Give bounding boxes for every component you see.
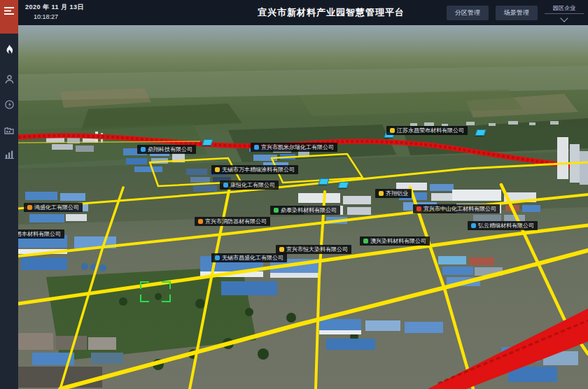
company-marker[interactable]: 兴市国丰材料有限公司 (18, 229, 64, 239)
company-name: 鼎泰染料材料有限公司 (281, 206, 337, 214)
bar-chart-icon (5, 150, 14, 159)
company-icon (416, 206, 421, 211)
company-marker[interactable]: 澳兴染料材料有限公司 (360, 236, 430, 246)
scene-manage-button[interactable]: 场景管理 (496, 6, 538, 20)
company-marker[interactable]: 鸿盛化工有限公司 (24, 203, 83, 212)
company-name: 宜兴市恒大染料有限公司 (286, 246, 348, 253)
fire-icon (5, 45, 14, 55)
company-name: 鸿盛化工有限公司 (34, 204, 79, 211)
company-marker[interactable]: 宜兴市凯米尔瑞化工有限公司 (251, 143, 337, 152)
company-marker[interactable]: 鼎翔科技有限公司 (137, 145, 196, 154)
sidebar-item-user[interactable] (0, 70, 18, 88)
company-icon (141, 147, 146, 152)
company-icon (363, 239, 368, 243)
factory-icon (4, 125, 14, 134)
company-icon (223, 183, 228, 188)
company-name: 无锡市昌盛化工有限公司 (222, 254, 284, 262)
company-name: 鼎翔科技有限公司 (148, 146, 192, 153)
company-icon (215, 167, 220, 172)
company-icon (254, 145, 259, 150)
meter-icon (5, 100, 14, 109)
company-name: 澳兴染料材料有限公司 (370, 237, 426, 245)
sidebar-item-factory[interactable] (0, 120, 18, 139)
header-actions: 分区管理 场景管理 园区企业 (447, 0, 584, 25)
company-icon (279, 247, 284, 252)
company-marker[interactable]: 齐翔铝业 (375, 189, 412, 198)
company-icon (198, 219, 203, 224)
header-bar: 2020 年 11 月 13日 10:18:27 宜兴市新材料产业园智慧管理平台… (18, 0, 588, 25)
company-marker[interactable]: 无锡市万丰精细涂料有限公司 (211, 165, 298, 174)
sidebar-item-fire[interactable] (0, 41, 18, 59)
company-icon (390, 128, 395, 133)
company-icon (379, 191, 384, 196)
company-name: 宜兴市凯米尔瑞化工有限公司 (261, 143, 334, 151)
company-marker[interactable]: 弘云精细材料有限公司 (468, 221, 538, 230)
menu-button[interactable] (0, 0, 18, 34)
company-name: 兴市国丰材料有限公司 (18, 230, 61, 238)
company-name: 宜兴市中山化工材料有限公司 (424, 205, 496, 213)
company-marker[interactable]: 宜兴市恒大染料有限公司 (276, 245, 351, 254)
company-name: 无锡市万丰精细涂料有限公司 (222, 166, 295, 174)
company-name: 宜兴市消防器材有限公司 (205, 218, 267, 225)
company-marker[interactable]: 无锡市昌盛化工有限公司 (211, 253, 287, 262)
dropdown-label: 园区企业 (553, 4, 575, 13)
menu-icon (4, 7, 14, 15)
company-icon (274, 208, 279, 213)
chevron-down-icon (560, 14, 568, 22)
time-label: 10:18:27 (34, 13, 84, 21)
map-viewport[interactable]: 鼎翔科技有限公司 宜兴市凯米尔瑞化工有限公司 无锡市万丰精细涂料有限公司 康恒化… (18, 25, 588, 389)
park-enterprise-dropdown[interactable]: 园区企业 (545, 4, 584, 21)
company-marker[interactable]: 宜兴市消防器材有限公司 (195, 217, 270, 226)
date-label: 2020 年 11 月 13日 (25, 3, 84, 11)
user-icon (5, 75, 14, 84)
sidebar-item-meter[interactable] (0, 95, 18, 113)
company-name: 江苏永昌荣布材料有限公司 (397, 127, 464, 134)
datetime: 2020 年 11 月 13日 10:18:27 (25, 3, 84, 21)
page-title: 宜兴市新材料产业园智慧管理平台 (258, 6, 405, 19)
company-name: 齐翔铝业 (386, 190, 408, 197)
selection-bracket (140, 281, 171, 302)
sidebar-item-stats[interactable] (0, 146, 18, 164)
company-name: 弘云精细材料有限公司 (478, 222, 534, 229)
company-icon (27, 205, 32, 210)
company-icon (215, 255, 220, 260)
company-marker[interactable]: 康恒化工有限公司 (220, 181, 279, 190)
company-marker[interactable]: 江苏永昌荣布材料有限公司 (386, 126, 468, 135)
company-marker[interactable]: 鼎泰染料材料有限公司 (270, 206, 340, 215)
company-marker[interactable]: 宜兴市中山化工材料有限公司 (413, 204, 500, 213)
company-name: 康恒化工有限公司 (230, 181, 275, 189)
sidebar (0, 0, 18, 389)
company-icon (471, 223, 476, 228)
zone-manage-button[interactable]: 分区管理 (447, 6, 489, 20)
